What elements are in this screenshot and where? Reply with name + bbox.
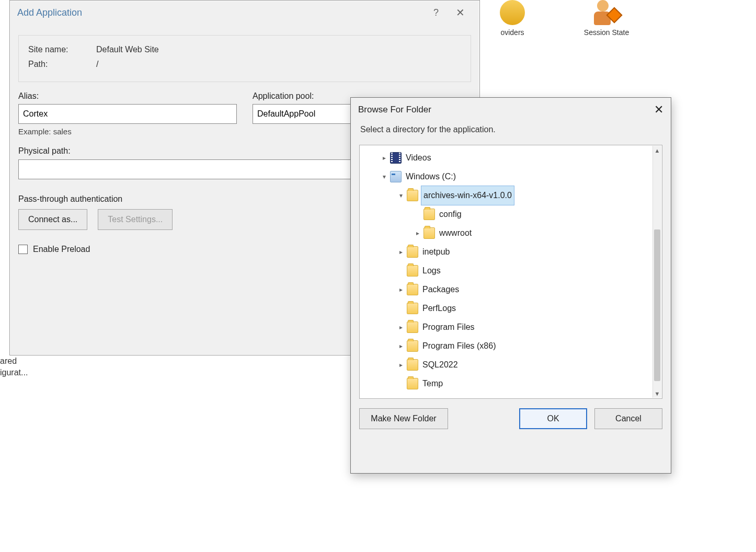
tree-node[interactable]: ▸Temp bbox=[363, 374, 651, 393]
tree-node-label: Temp bbox=[421, 374, 444, 393]
chevron-right-icon[interactable]: ▸ bbox=[396, 355, 406, 374]
site-info-box: Site name: Default Web Site Path: / bbox=[18, 35, 471, 82]
path-label: Path: bbox=[28, 60, 96, 69]
folder-icon bbox=[407, 246, 418, 258]
folder-tree[interactable]: ▸Videos▾Windows (C:)▾archives-win-x64-v1… bbox=[363, 148, 651, 395]
tree-node-label: wwwroot bbox=[438, 224, 473, 243]
tree-node-label: inetpub bbox=[421, 243, 451, 261]
path-value: / bbox=[96, 60, 98, 69]
folder-icon bbox=[423, 209, 435, 220]
session-state-icon bbox=[594, 0, 619, 25]
tree-node-label: config bbox=[438, 205, 463, 224]
make-new-folder-button[interactable]: Make New Folder bbox=[359, 408, 448, 429]
tree-node-label: Program Files bbox=[421, 318, 476, 337]
browse-folder-dialog: Browse For Folder ✕ Select a directory f… bbox=[350, 97, 671, 474]
tree-scrollbar[interactable]: ▲ ▼ bbox=[652, 146, 661, 398]
alias-input[interactable] bbox=[18, 104, 237, 124]
video-icon bbox=[390, 152, 402, 164]
scroll-down-icon[interactable]: ▼ bbox=[653, 389, 661, 398]
tree-node-label: Windows (C:) bbox=[405, 167, 457, 186]
folder-icon bbox=[407, 303, 418, 314]
help-button[interactable]: ? bbox=[424, 5, 448, 20]
providers-label: oviders bbox=[481, 28, 544, 37]
enable-preload-checkbox[interactable] bbox=[18, 245, 28, 254]
site-name-label: Site name: bbox=[28, 45, 96, 54]
tree-node[interactable]: ▸config bbox=[363, 205, 651, 224]
tree-node-label: Users bbox=[421, 393, 445, 395]
tree-node[interactable]: ▸Videos bbox=[363, 148, 651, 167]
scroll-up-icon[interactable]: ▲ bbox=[653, 146, 661, 155]
folder-icon bbox=[407, 284, 418, 295]
scroll-thumb[interactable] bbox=[654, 229, 660, 381]
chevron-right-icon[interactable]: ▸ bbox=[396, 337, 406, 355]
enable-preload-label: Enable Preload bbox=[33, 245, 90, 254]
chevron-down-icon[interactable]: ▾ bbox=[380, 167, 389, 186]
browse-close-button[interactable]: ✕ bbox=[654, 103, 663, 117]
tree-node-label: Logs bbox=[421, 261, 442, 280]
tree-node-label: PerfLogs bbox=[421, 299, 457, 318]
tree-node[interactable]: ▸Users bbox=[363, 393, 651, 395]
tree-node[interactable]: ▸PerfLogs bbox=[363, 299, 651, 318]
providers-icon bbox=[500, 0, 525, 25]
browse-cancel-button[interactable]: Cancel bbox=[594, 408, 662, 429]
chevron-right-icon[interactable]: ▸ bbox=[380, 148, 389, 167]
folder-icon bbox=[407, 190, 418, 201]
tree-node[interactable]: ▸Packages bbox=[363, 280, 651, 299]
chevron-right-icon[interactable]: ▸ bbox=[396, 280, 406, 299]
folder-icon bbox=[407, 359, 418, 371]
add-application-titlebar[interactable]: Add Application ? ✕ bbox=[10, 1, 479, 25]
chevron-right-icon[interactable]: ▸ bbox=[396, 318, 406, 337]
folder-tree-pane: ▸Videos▾Windows (C:)▾archives-win-x64-v1… bbox=[359, 145, 662, 399]
tree-node[interactable]: ▸SQL2022 bbox=[363, 355, 651, 374]
bg-feature-providers: oviders bbox=[481, 0, 544, 63]
browse-instruction: Select a directory for the application. bbox=[351, 122, 671, 142]
browse-title: Browse For Folder bbox=[358, 105, 431, 115]
tree-node-label: archives-win-x64-v1.0.0 bbox=[421, 186, 514, 205]
tree-node[interactable]: ▸Logs bbox=[363, 261, 651, 280]
chevron-right-icon[interactable]: ▸ bbox=[396, 393, 406, 395]
folder-icon bbox=[407, 378, 418, 389]
site-name-value: Default Web Site bbox=[96, 45, 159, 54]
tree-node[interactable]: ▾Windows (C:) bbox=[363, 167, 651, 186]
tree-node-label: Program Files (x86) bbox=[421, 337, 497, 355]
tree-node[interactable]: ▸Program Files (x86) bbox=[363, 337, 651, 355]
connect-as-button[interactable]: Connect as... bbox=[18, 209, 87, 230]
bg-feature-session-state: Session State bbox=[575, 0, 638, 63]
folder-icon bbox=[423, 227, 435, 239]
browse-titlebar[interactable]: Browse For Folder ✕ bbox=[351, 98, 671, 122]
drive-icon bbox=[390, 171, 402, 182]
browse-ok-button[interactable]: OK bbox=[519, 408, 587, 429]
folder-icon bbox=[407, 321, 418, 333]
chevron-right-icon[interactable]: ▸ bbox=[396, 243, 406, 261]
test-settings-button: Test Settings... bbox=[98, 209, 173, 230]
session-state-label: Session State bbox=[575, 28, 638, 37]
tree-node-label: SQL2022 bbox=[421, 355, 459, 374]
tree-node[interactable]: ▸inetpub bbox=[363, 243, 651, 261]
alias-example: Example: sales bbox=[18, 127, 237, 136]
chevron-down-icon[interactable]: ▾ bbox=[396, 186, 406, 205]
alias-label: Alias: bbox=[18, 91, 237, 101]
tree-node[interactable]: ▸Program Files bbox=[363, 318, 651, 337]
folder-icon bbox=[407, 265, 418, 277]
folder-icon bbox=[407, 340, 418, 352]
chevron-right-icon[interactable]: ▸ bbox=[413, 224, 422, 243]
bg-sidebar-fragment: ared igurat... bbox=[0, 355, 28, 379]
tree-node[interactable]: ▸wwwroot bbox=[363, 224, 651, 243]
add-application-title: Add Application bbox=[17, 7, 82, 18]
tree-node-label: Packages bbox=[421, 280, 460, 299]
tree-node-label: Videos bbox=[405, 148, 432, 167]
tree-node[interactable]: ▾archives-win-x64-v1.0.0 bbox=[363, 186, 651, 205]
close-button[interactable]: ✕ bbox=[448, 5, 472, 20]
